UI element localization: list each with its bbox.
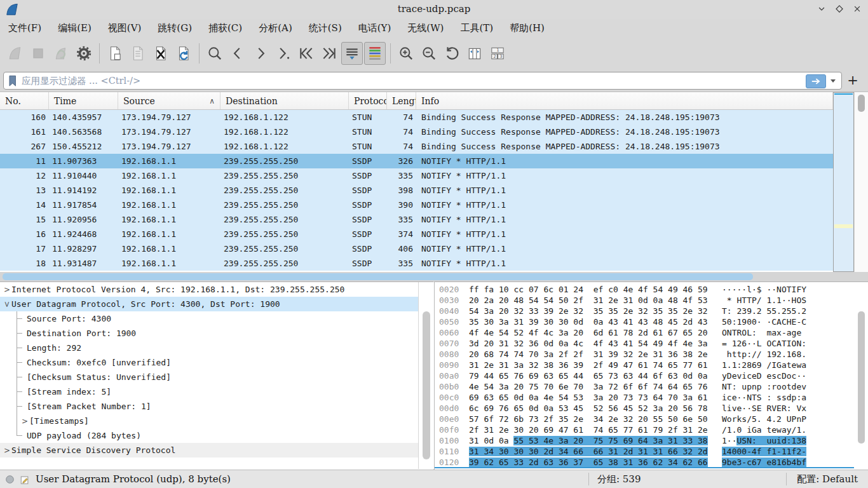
ascii-bytes[interactable]: 1··USN: uuid:138 bbox=[722, 435, 868, 446]
status-profile[interactable]: 配置: Default bbox=[797, 473, 858, 485]
maximize-button[interactable] bbox=[834, 3, 845, 15]
next-packet-button[interactable] bbox=[250, 42, 271, 65]
hex-bytes[interactable]: 57 6f 72 6b 73 2f 35 2e 34 2e 32 20 55 5… bbox=[469, 414, 722, 424]
detail-row[interactable]: >Internet Protocol Version 4, Src: 192.1… bbox=[0, 282, 433, 297]
hex-row[interactable]: 004054 3a 20 32 33 39 2e 32 35 35 2e 32 … bbox=[435, 306, 868, 316]
layout-button[interactable] bbox=[487, 42, 508, 65]
auto-scroll-button[interactable] bbox=[341, 42, 363, 65]
detail-row[interactable]: >User Datagram Protocol, Src Port: 4300,… bbox=[0, 297, 433, 311]
menu-item-view[interactable]: 视图(V) bbox=[100, 20, 150, 36]
hex-row[interactable]: 003020 2a 20 48 54 54 50 2f 31 2e 31 0d … bbox=[435, 295, 868, 306]
filter-dropdown-caret[interactable] bbox=[831, 79, 836, 83]
scrollbar-thumb[interactable] bbox=[423, 311, 430, 459]
hex-bytes[interactable]: 6c 69 76 65 0d 0a 53 45 52 56 45 52 3a 2… bbox=[469, 403, 722, 414]
packet-row[interactable]: 267150.455212173.194.79.127192.168.1.122… bbox=[0, 139, 833, 154]
packet-row[interactable]: 1711.928297192.168.1.1239.255.255.250SSD… bbox=[0, 241, 833, 256]
close-button[interactable] bbox=[851, 3, 863, 15]
minimize-button[interactable] bbox=[816, 3, 827, 15]
packet-list-minimap[interactable] bbox=[833, 92, 854, 272]
menu-item-capture[interactable]: 捕获(C) bbox=[200, 20, 250, 36]
capture-restart-button[interactable] bbox=[50, 42, 72, 65]
ascii-bytes[interactable]: 50:1900· ·CACHE-C bbox=[722, 316, 868, 327]
capture-stop-button[interactable] bbox=[27, 42, 49, 65]
column-header-time[interactable]: Time bbox=[49, 92, 118, 109]
zoom-reset-button[interactable] bbox=[441, 42, 463, 65]
packet-row[interactable]: 1311.914192192.168.1.1239.255.255.250SSD… bbox=[0, 183, 833, 198]
bytes-vertical-scrollbar[interactable] bbox=[855, 282, 868, 469]
ascii-bytes[interactable]: ONTROL: max-age bbox=[722, 327, 868, 338]
ascii-bytes[interactable]: * HTTP/ 1.1··HOS bbox=[722, 295, 868, 306]
hex-bytes[interactable]: 31 0d 0a 55 53 4e 3a 20 75 75 69 64 3a 3… bbox=[469, 435, 722, 446]
hex-bytes[interactable]: 20 68 74 74 70 3a 2f 2f 31 39 32 2e 31 3… bbox=[469, 349, 722, 360]
hex-row[interactable]: 0020ff fa 10 cc 07 6c 01 24 ef c0 4e 4f … bbox=[435, 284, 868, 295]
menu-item-go[interactable]: 跳转(G) bbox=[149, 20, 200, 36]
ascii-bytes[interactable]: http:// 192.168. bbox=[722, 349, 868, 360]
menu-item-wireless[interactable]: 无线(W) bbox=[399, 20, 452, 36]
detail-row[interactable]: [Stream Packet Number: 1] bbox=[0, 399, 433, 414]
hex-row[interactable]: 008020 68 74 74 70 3a 2f 2f 31 39 32 2e … bbox=[435, 349, 868, 360]
display-filter-input[interactable]: 应用显示过滤器 ... <Ctrl-/> bbox=[3, 72, 842, 90]
hex-row[interactable]: 00e057 6f 72 6b 73 2f 35 2e 34 2e 32 20 … bbox=[435, 414, 868, 424]
hex-bytes[interactable]: ff fa 10 cc 07 6c 01 24 ef c0 4e 4f 54 4… bbox=[469, 284, 722, 295]
ascii-bytes[interactable]: yDeviceD escDoc·· bbox=[722, 370, 868, 381]
scrollbar-thumb[interactable] bbox=[858, 95, 865, 112]
column-header-length[interactable]: Length bbox=[387, 92, 416, 109]
goto-packet-button[interactable] bbox=[273, 42, 294, 65]
hex-bytes[interactable]: 31 34 30 30 30 2d 34 66 66 31 2d 31 31 6… bbox=[469, 446, 722, 457]
hex-row[interactable]: 00b04e 54 3a 20 75 70 6e 70 3a 72 6f 6f … bbox=[435, 381, 868, 392]
packet-row[interactable]: 1511.920956192.168.1.1239.255.255.250SSD… bbox=[0, 212, 833, 227]
resize-columns-button[interactable] bbox=[464, 42, 485, 65]
column-header-no[interactable]: No. bbox=[0, 92, 49, 109]
column-header-info[interactable]: Info bbox=[416, 92, 833, 109]
packet-list-vertical-scrollbar[interactable] bbox=[855, 92, 868, 272]
menu-item-file[interactable]: 文件(F) bbox=[0, 20, 50, 36]
hex-row[interactable]: 00604f 4e 54 52 4f 4c 3a 20 6d 61 78 2d … bbox=[435, 327, 868, 338]
column-header-source[interactable]: Source∧ bbox=[118, 92, 220, 109]
hex-bytes[interactable]: 39 62 65 33 2d 63 36 37 65 38 31 36 62 3… bbox=[469, 457, 722, 468]
ascii-bytes[interactable]: 14000-4f f1-11f2- bbox=[722, 446, 868, 457]
hex-bytes[interactable]: 79 44 65 76 69 63 65 44 65 73 63 44 6f 6… bbox=[469, 370, 722, 381]
hex-bytes[interactable]: 3d 20 31 32 36 0d 0a 4c 4f 43 41 54 49 4… bbox=[469, 338, 722, 349]
menu-item-help[interactable]: 帮助(H) bbox=[501, 20, 553, 36]
ascii-bytes[interactable]: T: 239.2 55.255.2 bbox=[722, 306, 868, 316]
first-packet-button[interactable] bbox=[295, 42, 317, 65]
ascii-bytes[interactable]: NT: upnp :rootdev bbox=[722, 381, 868, 392]
filter-apply-button[interactable] bbox=[806, 74, 826, 88]
ascii-bytes[interactable]: live··SE RVER: Vx bbox=[722, 403, 868, 414]
zoom-out-button[interactable] bbox=[418, 42, 440, 65]
hex-bytes[interactable]: 35 30 3a 31 39 30 30 0d 0a 43 41 43 48 4… bbox=[469, 316, 722, 327]
detail-row[interactable]: Checksum: 0xefc0 [unverified] bbox=[0, 355, 433, 370]
packet-row-selected[interactable]: 1111.907363192.168.1.1239.255.255.250SSD… bbox=[0, 154, 833, 168]
colorize-button[interactable] bbox=[364, 42, 386, 65]
menu-item-analyze[interactable]: 分析(A) bbox=[250, 20, 301, 36]
packet-row[interactable]: 1811.931487192.168.1.1239.255.255.250SSD… bbox=[0, 256, 833, 271]
detail-row[interactable]: [Checksum Status: Unverified] bbox=[0, 370, 433, 384]
hex-row[interactable]: 00d06c 69 76 65 0d 0a 53 45 52 56 45 52 … bbox=[435, 403, 868, 414]
packet-row[interactable]: 1211.910440192.168.1.1239.255.255.250SSD… bbox=[0, 168, 833, 183]
hex-row[interactable]: 00703d 20 31 32 36 0d 0a 4c 4f 43 41 54 … bbox=[435, 338, 868, 349]
file-save-button[interactable] bbox=[127, 42, 149, 65]
expander-icon[interactable]: > bbox=[20, 417, 29, 426]
hex-bytes[interactable]: 54 3a 20 32 33 39 2e 32 35 35 2e 32 35 3… bbox=[469, 306, 722, 316]
detail-row[interactable]: Length: 292 bbox=[0, 341, 433, 355]
hex-row[interactable]: 009031 2e 31 3a 32 38 36 39 2f 49 47 61 … bbox=[435, 360, 868, 370]
hex-row[interactable]: 00a079 44 65 76 69 63 65 44 65 73 63 44 … bbox=[435, 370, 868, 381]
ascii-bytes[interactable]: ice··NTS : ssdp:a bbox=[722, 392, 868, 403]
hex-bytes[interactable]: 31 2e 31 3a 32 38 36 39 2f 49 47 61 74 6… bbox=[469, 360, 722, 370]
menu-item-statistics[interactable]: 统计(S) bbox=[301, 20, 350, 36]
detail-row[interactable]: Destination Port: 1900 bbox=[0, 326, 433, 341]
previous-packet-button[interactable] bbox=[227, 42, 248, 65]
column-header-destination[interactable]: Destination bbox=[220, 92, 349, 109]
scrollbar-thumb[interactable] bbox=[858, 311, 865, 444]
ascii-bytes[interactable]: Works/5. 4.2 UPnP bbox=[722, 414, 868, 424]
hex-row[interactable]: 00c069 63 65 0d 0a 4e 54 53 3a 20 73 73 … bbox=[435, 392, 868, 403]
packet-list-horizontal-scrollbar[interactable] bbox=[0, 272, 868, 281]
menu-item-edit[interactable]: 编辑(E) bbox=[50, 20, 100, 36]
find-packet-button[interactable] bbox=[204, 42, 226, 65]
ascii-bytes[interactable]: 9be3-c67 e816b4bf bbox=[722, 457, 868, 468]
packet-row[interactable]: 160140.435957173.194.79.127192.168.1.122… bbox=[0, 110, 833, 125]
hex-row[interactable]: 011031 34 30 30 30 2d 34 66 66 31 2d 31 … bbox=[435, 446, 868, 457]
detail-row[interactable]: Source Port: 4300 bbox=[0, 311, 433, 326]
ascii-bytes[interactable]: = 126··L OCATION: bbox=[722, 338, 868, 349]
ascii-bytes[interactable]: ·····l·$ ··NOTIFY bbox=[722, 284, 868, 295]
